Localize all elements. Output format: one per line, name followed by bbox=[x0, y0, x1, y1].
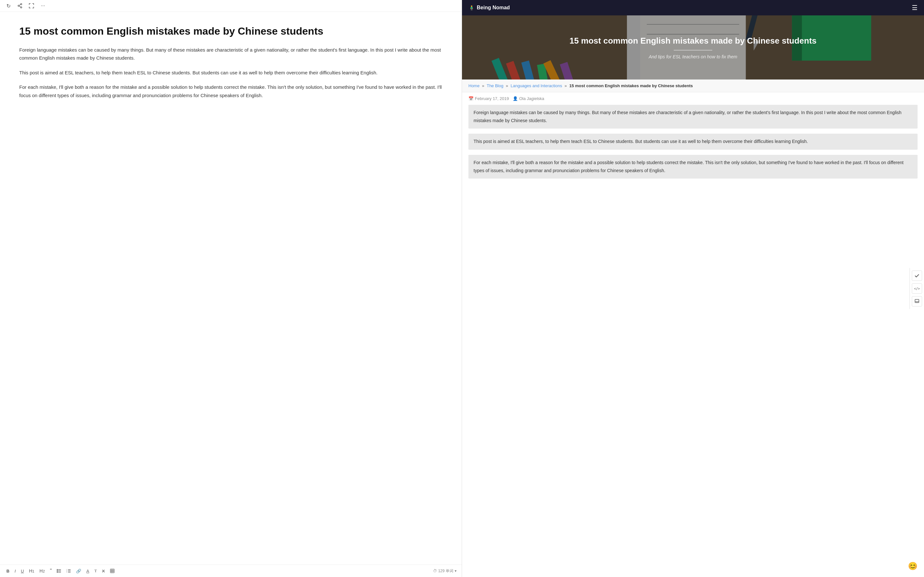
h2-button[interactable]: H2 bbox=[38, 568, 46, 574]
svg-text:3: 3 bbox=[66, 571, 67, 573]
breadcrumb-sep-2: » bbox=[506, 83, 508, 88]
hero-subtitle: And tips for ESL teachers on how to fix … bbox=[649, 54, 737, 59]
svg-line-3 bbox=[19, 5, 21, 5]
list-unordered-button[interactable] bbox=[55, 568, 63, 574]
link-button[interactable]: 🔗 bbox=[75, 568, 82, 574]
h1-button[interactable]: H1 bbox=[27, 568, 36, 574]
italic-button[interactable]: I bbox=[13, 568, 17, 574]
svg-point-2 bbox=[21, 7, 22, 8]
refresh-icon[interactable]: ↻ bbox=[5, 3, 11, 9]
clock-icon: ⏱ bbox=[433, 569, 437, 573]
table-button[interactable] bbox=[109, 568, 116, 574]
logo-text: Being Nomad bbox=[477, 5, 510, 11]
breadcrumb-sep-3: » bbox=[565, 83, 567, 88]
emoji-button[interactable]: 😊 bbox=[908, 562, 918, 571]
more-icon[interactable]: ··· bbox=[40, 3, 46, 9]
code-alt-icon[interactable]: </> bbox=[912, 284, 922, 293]
svg-line-4 bbox=[19, 6, 21, 7]
paragraph-button[interactable]: T bbox=[93, 568, 98, 574]
quote-button[interactable]: " bbox=[49, 567, 53, 574]
svg-point-8 bbox=[57, 569, 58, 570]
logo-icon: 🧍‍♂️ bbox=[468, 5, 475, 11]
bold-button[interactable]: B bbox=[5, 568, 11, 574]
post-date-value: February 17, 2019 bbox=[475, 96, 509, 101]
editor-top-toolbar: ↻ ··· bbox=[0, 0, 462, 12]
article-paragraph-3: For each mistake, I'll give both a reaso… bbox=[19, 83, 443, 99]
hamburger-menu-icon[interactable]: ☰ bbox=[912, 4, 918, 11]
svg-point-1 bbox=[18, 5, 19, 6]
underline-button[interactable]: U bbox=[19, 568, 25, 574]
article-paragraph-1: Foreign language mistakes can be caused … bbox=[19, 46, 443, 62]
strikethrough-button[interactable]: X bbox=[101, 568, 106, 574]
post-paragraph-3: For each mistake, I'll give both a reaso… bbox=[468, 155, 918, 179]
svg-rect-17 bbox=[110, 569, 114, 573]
svg-point-10 bbox=[57, 572, 58, 572]
site-logo: 🧍‍♂️ Being Nomad bbox=[468, 5, 510, 11]
list-ordered-button[interactable]: 1 2 3 bbox=[65, 568, 72, 574]
word-count[interactable]: ⏱ 129 单词 ▾ bbox=[433, 568, 457, 574]
side-action-icons: </> bbox=[909, 268, 924, 309]
hero-overlay bbox=[462, 15, 924, 79]
editor-panel: ↻ ··· 15 most common English mistakes ma… bbox=[0, 0, 462, 577]
author-icon: 👤 bbox=[513, 96, 518, 101]
post-metadata: 📅 February 17, 2019 👤 Ola Jagielska bbox=[462, 92, 924, 105]
word-count-value: 129 单词 bbox=[438, 568, 453, 574]
post-author: 👤 Ola Jagielska bbox=[513, 96, 544, 101]
share-icon[interactable] bbox=[17, 3, 23, 9]
expand-icon[interactable] bbox=[28, 3, 35, 9]
breadcrumb-sep-1: » bbox=[482, 83, 484, 88]
hero-divider bbox=[674, 50, 712, 50]
breadcrumb-home[interactable]: Home bbox=[468, 83, 480, 88]
post-date: 📅 February 17, 2019 bbox=[468, 96, 509, 101]
post-paragraph-2: This post is aimed at ESL teachers, to h… bbox=[468, 134, 918, 149]
hero-section: 15 most common English mistakes made by … bbox=[462, 15, 924, 79]
tray-icon[interactable] bbox=[912, 296, 922, 306]
hero-title: 15 most common English mistakes made by … bbox=[569, 35, 817, 47]
check-icon[interactable] bbox=[912, 271, 922, 281]
article-paragraph-2: This post is aimed at ESL teachers, to h… bbox=[19, 69, 443, 77]
svg-point-0 bbox=[21, 3, 22, 5]
editor-bottom-toolbar: B I U H1 H2 " 1 2 3 🔗 A T X bbox=[0, 564, 462, 577]
post-author-name: Ola Jagielska bbox=[519, 96, 544, 101]
breadcrumb-category[interactable]: Languages and Interactions bbox=[510, 83, 562, 88]
calendar-icon: 📅 bbox=[468, 96, 473, 101]
editor-content-area[interactable]: 15 most common English mistakes made by … bbox=[0, 12, 462, 564]
browser-preview-panel: 🧍‍♂️ Being Nomad ☰ bbox=[462, 0, 924, 577]
article-title: 15 most common English mistakes made by … bbox=[19, 25, 443, 38]
word-count-chevron: ▾ bbox=[455, 569, 457, 573]
site-navigation: 🧍‍♂️ Being Nomad ☰ bbox=[462, 0, 924, 15]
breadcrumb-current: 15 most common English mistakes made by … bbox=[569, 83, 693, 88]
post-body: Foreign language mistakes can be caused … bbox=[462, 105, 924, 190]
text-underline-button[interactable]: A bbox=[85, 568, 90, 574]
post-paragraph-1: Foreign language mistakes can be caused … bbox=[468, 105, 918, 129]
breadcrumb-blog[interactable]: The Blog bbox=[487, 83, 503, 88]
svg-point-9 bbox=[57, 571, 58, 571]
breadcrumb: Home » The Blog » Languages and Interact… bbox=[462, 79, 924, 92]
svg-rect-40 bbox=[915, 300, 919, 303]
